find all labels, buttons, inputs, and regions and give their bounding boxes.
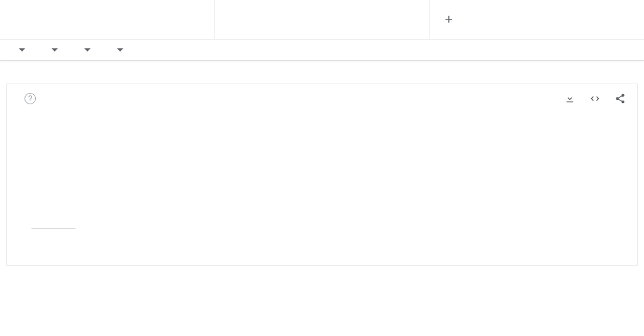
add-comparison-button[interactable]: +: [430, 0, 644, 39]
term-color-dot-2: [230, 14, 239, 23]
term-color-dot-1: [15, 14, 24, 23]
term-card-2[interactable]: [215, 0, 430, 39]
plus-icon: +: [445, 11, 453, 28]
filter-time[interactable]: [48, 48, 58, 51]
share-icon[interactable]: [614, 93, 626, 104]
chart-svg: [89, 126, 627, 245]
term-card-1[interactable]: [0, 0, 215, 39]
filter-category[interactable]: [80, 48, 91, 51]
chevron-down-icon: [84, 48, 91, 51]
chevron-down-icon: [52, 48, 58, 51]
comparison-terms-row: +: [0, 0, 644, 40]
chart-area: [7, 113, 637, 265]
help-icon[interactable]: ?: [25, 93, 36, 104]
filter-region[interactable]: [15, 48, 25, 51]
chevron-down-icon: [117, 48, 123, 51]
panel-header: ?: [7, 84, 637, 113]
line-chart: [89, 126, 627, 249]
download-icon[interactable]: [564, 93, 575, 104]
interest-over-time-panel: ?: [6, 84, 638, 266]
average-bars-block: [17, 126, 89, 249]
embed-icon[interactable]: [589, 93, 601, 104]
average-bars: [31, 134, 75, 229]
filter-search-type[interactable]: [113, 48, 123, 51]
filters-row: [0, 40, 644, 61]
x-axis-labels: [89, 245, 627, 249]
panel-title-block: ?: [18, 93, 36, 104]
panel-actions: [564, 93, 626, 104]
chevron-down-icon: [19, 48, 25, 51]
